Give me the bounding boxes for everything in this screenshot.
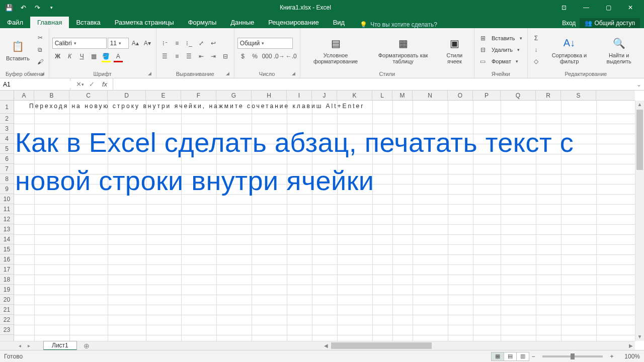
tellme-box[interactable]: 💡 Что вы хотите сделать?: [352, 21, 437, 28]
name-box[interactable]: ▾: [0, 78, 70, 90]
fx-icon[interactable]: fx: [99, 79, 111, 89]
enter-icon[interactable]: ✓: [86, 79, 98, 89]
row-header[interactable]: 22: [0, 315, 14, 325]
column-header[interactable]: H: [252, 90, 287, 100]
column-header[interactable]: I: [287, 90, 312, 100]
autosum-icon[interactable]: Σ: [531, 33, 542, 44]
cancel-icon[interactable]: ✕: [72, 79, 85, 89]
zoom-thumb[interactable]: [571, 353, 575, 359]
increase-font-icon[interactable]: A▴: [130, 38, 141, 49]
column-header[interactable]: K: [337, 90, 372, 100]
decrease-decimal-icon[interactable]: ←.0: [286, 51, 297, 62]
expand-formula-icon[interactable]: ⌄: [634, 78, 644, 90]
zoom-level[interactable]: 100%: [620, 353, 640, 360]
column-header[interactable]: P: [473, 90, 501, 100]
format-cells-button[interactable]: Формат: [490, 58, 513, 64]
format-painter-icon[interactable]: 🖌: [35, 56, 46, 67]
sort-filter-button[interactable]: A↓Сортировка и фильтр: [544, 34, 595, 65]
decrease-font-icon[interactable]: A▾: [142, 38, 153, 49]
row-header[interactable]: 2: [0, 114, 14, 124]
orientation-icon[interactable]: ⤢: [196, 38, 207, 49]
font-color-icon[interactable]: A: [113, 51, 124, 62]
column-header[interactable]: D: [108, 90, 146, 100]
undo-icon[interactable]: ↶: [17, 2, 29, 14]
cell-styles-button[interactable]: ▣Стили ячеек: [438, 34, 471, 65]
formula-input[interactable]: [113, 78, 634, 90]
sheet-nav-prev-icon[interactable]: ◂: [15, 343, 24, 348]
increase-decimal-icon[interactable]: .0→: [274, 51, 285, 62]
tab-insert[interactable]: Вставка: [69, 17, 107, 28]
comma-style-icon[interactable]: 000: [262, 51, 273, 62]
row-header[interactable]: 23: [0, 325, 14, 335]
decrease-indent-icon[interactable]: ⇤: [196, 51, 207, 62]
column-header[interactable]: J: [312, 90, 337, 100]
accounting-icon[interactable]: $: [237, 51, 249, 62]
column-header[interactable]: C: [69, 90, 108, 100]
zoom-in-icon[interactable]: +: [608, 353, 616, 360]
chevron-down-icon[interactable]: ▾: [516, 44, 522, 55]
row-header[interactable]: 20: [0, 295, 14, 305]
row-header[interactable]: 14: [0, 234, 14, 244]
fill-icon[interactable]: ↓: [531, 44, 542, 55]
view-normal-icon[interactable]: ▦: [491, 352, 504, 361]
scroll-right-icon[interactable]: ▶: [627, 341, 635, 350]
dialog-launcher-icon[interactable]: ◢: [291, 71, 297, 77]
tab-home[interactable]: Главная: [30, 17, 69, 28]
number-format-combo[interactable]: Общий▾: [237, 38, 293, 49]
maximize-icon[interactable]: ▢: [598, 2, 619, 13]
new-sheet-icon[interactable]: ⊕: [81, 342, 92, 350]
italic-button[interactable]: К: [64, 51, 75, 62]
row-header[interactable]: 3: [0, 124, 14, 134]
conditional-formatting-button[interactable]: ▤Условное форматирование: [303, 34, 368, 65]
delete-cells-icon[interactable]: ⊟: [477, 44, 489, 55]
row-header[interactable]: 15: [0, 244, 14, 254]
sheet-tab-active[interactable]: Лист1: [43, 341, 77, 350]
copy-icon[interactable]: ⧉: [35, 44, 46, 55]
view-page-layout-icon[interactable]: ▤: [504, 352, 517, 361]
redo-icon[interactable]: ↷: [31, 2, 43, 14]
save-icon[interactable]: 💾: [3, 2, 15, 14]
column-header[interactable]: A: [14, 90, 34, 100]
chevron-down-icon[interactable]: ▾: [518, 33, 524, 44]
row-header[interactable]: 17: [0, 264, 14, 275]
find-select-button[interactable]: 🔍Найти и выделить: [597, 34, 641, 65]
column-header[interactable]: N: [413, 90, 448, 100]
close-icon[interactable]: ✕: [620, 2, 641, 13]
row-header[interactable]: 11: [0, 204, 14, 214]
column-header[interactable]: B: [34, 90, 69, 100]
name-box-input[interactable]: [0, 81, 82, 88]
column-header[interactable]: Q: [501, 90, 536, 100]
scroll-up-icon[interactable]: ▲: [635, 101, 644, 109]
row-header[interactable]: 9: [0, 184, 14, 194]
scroll-down-icon[interactable]: ▼: [635, 333, 644, 341]
column-header[interactable]: G: [216, 90, 252, 100]
tab-pagelayout[interactable]: Разметка страницы: [108, 17, 181, 28]
merge-center-icon[interactable]: ⊟: [220, 51, 231, 62]
column-header[interactable]: F: [181, 90, 216, 100]
select-all-corner[interactable]: [0, 90, 14, 101]
font-size-combo[interactable]: 11▾: [108, 38, 129, 49]
row-header[interactable]: 12: [0, 214, 14, 224]
fill-color-icon[interactable]: 🪣: [101, 51, 112, 62]
column-header[interactable]: S: [561, 90, 596, 100]
dialog-launcher-icon[interactable]: ◢: [225, 71, 231, 77]
tab-review[interactable]: Рецензирование: [261, 17, 326, 28]
borders-icon[interactable]: ▦: [89, 51, 100, 62]
row-header[interactable]: 7: [0, 164, 14, 174]
view-page-break-icon[interactable]: ▥: [516, 352, 529, 361]
font-name-combo[interactable]: Calibri▾: [52, 38, 107, 49]
align-right-icon[interactable]: ☰: [184, 51, 195, 62]
column-header[interactable]: L: [372, 90, 392, 100]
tab-data[interactable]: Данные: [223, 17, 261, 28]
delete-cells-button[interactable]: Удалить: [490, 47, 515, 53]
percent-icon[interactable]: %: [250, 51, 261, 62]
increase-indent-icon[interactable]: ⇥: [208, 51, 219, 62]
cut-icon[interactable]: ✂: [35, 32, 46, 43]
tab-formulas[interactable]: Формулы: [181, 17, 224, 28]
signin-link[interactable]: Вход: [562, 20, 576, 27]
vertical-scrollbar[interactable]: ▲ ▼: [635, 101, 644, 341]
align-left-icon[interactable]: ☰: [159, 51, 171, 62]
bold-button[interactable]: Ж: [52, 51, 63, 62]
scroll-left-icon[interactable]: ◀: [322, 341, 330, 350]
row-headers[interactable]: 1234567891011121314151617181920212223: [0, 101, 14, 341]
